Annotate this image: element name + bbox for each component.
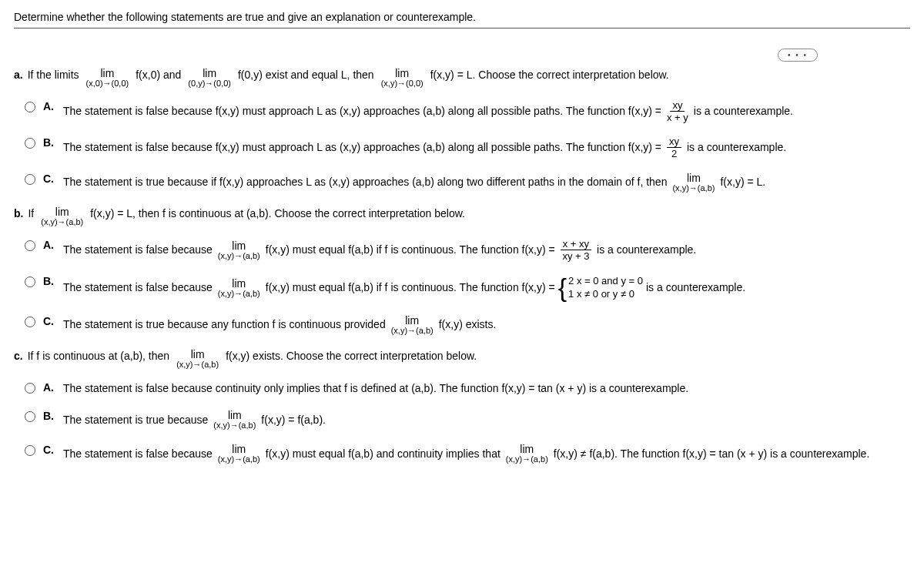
choice-text: The statement is false because continuit… — [63, 381, 688, 397]
part-c-text-1: If f is continuous at (a,b), then — [28, 349, 169, 364]
choice-label: B. — [43, 275, 55, 287]
part-a-text-1: If the limits — [28, 68, 79, 83]
limit-expr: lim (x,y)→(a,b) — [41, 206, 83, 226]
radio-c-B[interactable] — [25, 411, 35, 422]
limit-expr: lim (0,y)→(0,0) — [188, 68, 231, 88]
choice-label: A. — [43, 100, 55, 112]
choice-label: C. — [43, 173, 55, 185]
piecewise: { 2 x = 0 and y = 0 1 x ≠ 0 or y ≠ 0 — [558, 275, 643, 301]
limit-expr: lim (x,y)→(a,b) — [218, 240, 260, 260]
choice-text: f(x,y) ≠ f(a,b). The function f(x,y) = t… — [554, 447, 869, 462]
limit-expr: lim (x,0)→(0,0) — [86, 68, 129, 88]
choice-a-A: A. The statement is false because f(x,y)… — [25, 100, 910, 122]
part-c: c. If f is continuous at (a,b), then lim… — [14, 349, 910, 464]
choice-text: is a counterexample. — [687, 140, 786, 156]
radio-c-A[interactable] — [25, 383, 35, 394]
choice-text: is a counterexample. — [646, 280, 745, 296]
radio-b-A[interactable] — [25, 240, 35, 251]
limit-expr: lim (x,y)→(a,b) — [218, 278, 260, 298]
choice-c-A: A. The statement is false because contin… — [25, 381, 910, 397]
part-a-text-3: f(0,y) exist and equal L, then — [238, 68, 374, 83]
ellipsis-icon: • • • — [778, 49, 818, 62]
limit-expr: lim (x,y)→(a,b) — [506, 444, 548, 464]
limit-expr: lim (x,y)→(a,b) — [213, 410, 256, 430]
choice-a-B: B. The statement is false because f(x,y)… — [25, 136, 910, 159]
part-b-text-1: If — [28, 206, 34, 222]
fraction: xy x + y — [667, 100, 688, 122]
part-c-label: c. — [14, 349, 23, 364]
choice-text: f(x,y) must equal f(a,b) and continuity … — [266, 447, 500, 462]
limit-expr: lim (x,y)→(a,b) — [391, 315, 434, 335]
limit-expr: lim (x,y)→(0,0) — [381, 68, 424, 88]
choice-text: The statement is true because if f(x,y) … — [63, 175, 667, 190]
choice-label: C. — [43, 315, 55, 327]
choice-label: B. — [43, 410, 55, 422]
radio-b-B[interactable] — [25, 276, 35, 287]
radio-b-C[interactable] — [25, 317, 35, 327]
radio-a-C[interactable] — [25, 174, 35, 185]
fraction: x + xy xy + 3 — [561, 239, 591, 261]
limit-expr: lim (x,y)→(a,b) — [672, 173, 715, 193]
choice-text: The statement is true because any functi… — [63, 317, 386, 333]
choice-text: f(x,y) = f(a,b). — [261, 413, 326, 428]
choice-text: is a counterexample. — [597, 243, 696, 258]
fraction: xy 2 — [667, 136, 681, 159]
choice-text: f(x,y) must equal f(a,b) if f is continu… — [266, 280, 555, 296]
choice-label: A. — [43, 381, 55, 394]
choice-text: The statement is false because f(x,y) mu… — [63, 140, 661, 156]
choice-text: f(x,y) must equal f(a,b) if f is continu… — [266, 243, 555, 258]
choice-text: f(x,y) = L. — [720, 175, 765, 190]
more-menu[interactable]: • • • — [14, 49, 910, 62]
part-c-text-2: f(x,y) exists. Choose the correct interp… — [226, 349, 477, 364]
limit-expr: lim (x,y)→(a,b) — [176, 349, 219, 369]
choice-text: The statement is false because — [63, 447, 213, 462]
choice-text: f(x,y) exists. — [439, 317, 497, 333]
choice-text: is a counterexample. — [694, 104, 793, 119]
part-b-text-2: f(x,y) = L, then f is continuous at (a,b… — [90, 206, 465, 222]
part-a: a. If the limits lim (x,0)→(0,0) f(x,0) … — [14, 68, 910, 193]
radio-a-B[interactable] — [25, 138, 35, 149]
part-a-label: a. — [14, 68, 23, 83]
divider — [14, 28, 910, 28]
choice-c-B: B. The statement is true because lim (x,… — [25, 410, 910, 430]
radio-c-C[interactable] — [25, 445, 35, 456]
radio-a-A[interactable] — [25, 102, 35, 112]
choice-text: The statement is true because — [63, 413, 208, 428]
choice-text: The statement is false because f(x,y) mu… — [63, 104, 661, 119]
limit-expr: lim (x,y)→(a,b) — [218, 444, 260, 464]
choice-label: B. — [43, 136, 55, 149]
choice-b-C: C. The statement is true because any fun… — [25, 315, 910, 335]
part-b-label: b. — [14, 206, 23, 222]
choice-label: A. — [43, 239, 55, 251]
choice-b-B: B. The statement is false because lim (x… — [25, 275, 910, 301]
part-a-text-4: f(x,y) = L. Choose the correct interpret… — [430, 68, 669, 83]
choice-text: The statement is false because — [63, 280, 213, 296]
choice-text: The statement is false because — [63, 243, 213, 258]
choice-b-A: A. The statement is false because lim (x… — [25, 239, 910, 261]
part-a-text-2: f(x,0) and — [136, 68, 181, 83]
choice-a-C: C. The statement is true because if f(x,… — [25, 173, 910, 193]
page-title: Determine whether the following statemen… — [14, 11, 910, 23]
choice-label: C. — [43, 444, 55, 456]
part-b: b. If lim (x,y)→(a,b) f(x,y) = L, then f… — [14, 206, 910, 335]
choice-c-C: C. The statement is false because lim (x… — [25, 444, 910, 464]
